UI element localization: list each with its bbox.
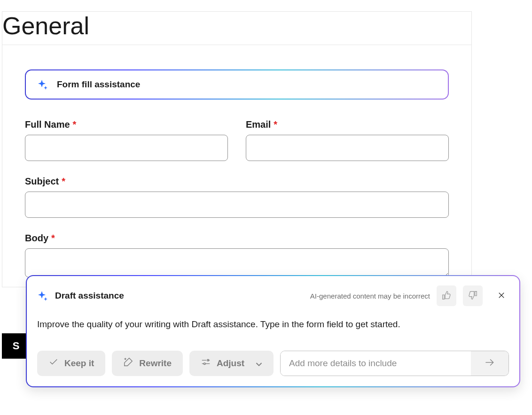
thumbs-down-button[interactable] <box>463 285 483 306</box>
body-textarea[interactable] <box>25 248 449 277</box>
draft-actions: Keep it Rewrite Adjust <box>37 351 509 376</box>
subject-input[interactable] <box>25 192 449 218</box>
required-mark: * <box>274 119 277 130</box>
rewrite-icon <box>123 357 133 369</box>
draft-body-text: Improve the quality of your writing with… <box>37 318 509 331</box>
required-mark: * <box>73 119 77 130</box>
keep-it-button[interactable]: Keep it <box>37 351 105 376</box>
form-group-fullname: Full Name * <box>25 119 228 161</box>
thumbs-up-button[interactable] <box>437 285 456 306</box>
fullname-label: Full Name * <box>25 119 228 130</box>
close-icon <box>497 291 506 301</box>
fullname-input[interactable] <box>25 135 228 161</box>
chevron-down-icon <box>254 359 262 368</box>
draft-input-wrap <box>280 351 509 376</box>
sparkle-icon <box>37 290 48 301</box>
form-area: Form fill assistance Full Name * Email * <box>2 45 471 287</box>
ai-disclaimer: AI-generated content may be incorrect <box>310 292 430 300</box>
close-button[interactable] <box>494 288 509 303</box>
draft-assistance-panel: Draft assistance AI-generated content ma… <box>26 275 520 387</box>
check-icon <box>48 357 59 369</box>
send-button[interactable] <box>471 351 509 376</box>
draft-header: Draft assistance AI-generated content ma… <box>37 285 509 306</box>
form-group-email: Email * <box>246 119 449 161</box>
email-label: Email * <box>246 119 449 130</box>
adjust-button[interactable]: Adjust <box>189 351 274 376</box>
email-input[interactable] <box>246 135 449 161</box>
sparkle-icon <box>37 79 48 90</box>
form-fill-banner[interactable]: Form fill assistance <box>25 69 449 100</box>
form-fill-label: Form fill assistance <box>57 79 140 90</box>
main-panel: General Form fill assistance Full Name * <box>2 11 472 287</box>
required-mark: * <box>51 233 55 244</box>
form-row-name-email: Full Name * Email * <box>25 119 449 161</box>
form-group-subject: Subject * <box>25 176 449 218</box>
page-title: General <box>2 12 471 45</box>
rewrite-button[interactable]: Rewrite <box>112 351 183 376</box>
subject-label: Subject * <box>25 176 449 187</box>
required-mark: * <box>62 176 65 187</box>
thumbs-up-icon <box>441 290 452 302</box>
adjust-icon <box>201 357 211 369</box>
form-group-body: Body * <box>25 233 449 277</box>
arrow-right-icon <box>484 356 496 370</box>
draft-input[interactable] <box>281 351 471 376</box>
draft-title: Draft assistance <box>55 291 124 301</box>
submit-button[interactable]: S <box>2 333 27 359</box>
thumbs-down-icon <box>468 290 478 302</box>
body-label: Body * <box>25 233 449 244</box>
